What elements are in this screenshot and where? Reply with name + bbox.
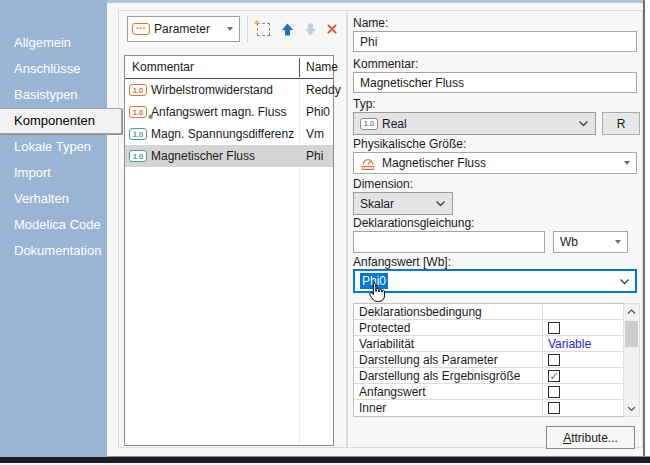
variable-row[interactable]: 1.0 Magn. Spannungsdifferenz Vm xyxy=(125,123,333,145)
sidebar-item-label: Lokale Typen xyxy=(14,139,91,154)
sidebar-item-dokumentation[interactable]: Dokumentation xyxy=(0,238,107,264)
property-row-protected[interactable]: Protected xyxy=(354,320,623,336)
unit-select[interactable]: Wb xyxy=(553,231,628,253)
dimension-value: Skalar xyxy=(360,197,394,211)
properties-table: Deklarationsbedingung Protected Variabil… xyxy=(353,303,623,417)
dropdown-arrow-icon xyxy=(624,161,630,165)
property-label: Protected xyxy=(354,321,410,335)
sidebar-item-label: Dokumentation xyxy=(14,243,101,258)
sidebar-item-anschluesse[interactable]: Anschlüsse xyxy=(0,56,107,82)
initial-value-checkbox[interactable] xyxy=(548,386,560,398)
arrow-down-icon xyxy=(303,22,318,37)
scroll-down-button[interactable] xyxy=(624,401,639,416)
sidebar-item-modelica-code[interactable]: Modelica Code xyxy=(0,212,107,238)
deklarationsgleichung-label: Deklarationsgleichung: xyxy=(353,216,474,230)
property-row-darstellung-als-ergebnisgroesse[interactable]: Darstellung als Ergebnisgröße xyxy=(354,368,623,384)
dropdown-arrow-icon xyxy=(615,240,621,244)
anfangswert-combobox[interactable]: Phi0 xyxy=(353,269,637,293)
variable-comment: Magn. Spannungsdifferenz xyxy=(151,127,294,141)
variable-row[interactable]: 1.0 Magnetischer Fluss Phi xyxy=(125,145,333,167)
property-row-anfangswert[interactable]: Anfangswert xyxy=(354,384,623,400)
property-label: Deklarationsbedingung xyxy=(354,305,482,319)
name-label: Name: xyxy=(353,16,388,30)
window-right-margin xyxy=(645,0,650,465)
variable-name: Vm xyxy=(306,127,324,141)
parameter-box-icon xyxy=(132,23,150,35)
column-header-kommentar[interactable]: Kommentar xyxy=(125,60,194,74)
variable-kind-select[interactable]: Parameter xyxy=(127,16,240,42)
show-as-result-checkbox[interactable] xyxy=(548,370,560,382)
delete-variable-button[interactable] xyxy=(321,17,343,41)
move-up-button[interactable] xyxy=(276,17,298,41)
variable-row[interactable]: 1.0 Wirbelstromwiderstand Reddy xyxy=(125,79,333,101)
sidebar-item-lokale-typen[interactable]: Lokale Typen xyxy=(0,134,107,160)
property-label: Darstellung als Parameter xyxy=(354,353,498,367)
sidebar-item-label: Anschlüsse xyxy=(14,61,80,76)
new-item-icon xyxy=(257,23,270,36)
chevron-down-icon xyxy=(435,200,446,207)
sidebar-item-verhalten[interactable]: Verhalten xyxy=(0,186,107,212)
name-value: Phi xyxy=(360,35,377,49)
arrow-up-icon xyxy=(280,22,295,37)
sidebar-item-label: Allgemein xyxy=(14,35,71,50)
properties-scrollbar[interactable] xyxy=(623,303,640,417)
type-shortcut-button[interactable]: R xyxy=(602,112,640,135)
property-row-deklarationsbedingung[interactable]: Deklarationsbedingung xyxy=(354,304,623,320)
property-label: Darstellung als Ergebnisgröße xyxy=(354,369,520,383)
column-divider[interactable] xyxy=(299,58,300,77)
physikalische-groesse-select[interactable]: Magnetischer Fluss xyxy=(353,152,637,174)
variable-comment: Wirbelstromwiderstand xyxy=(151,83,273,97)
variable-comment: Magnetischer Fluss xyxy=(151,149,255,163)
chevron-down-icon xyxy=(627,406,636,412)
property-value[interactable] xyxy=(542,304,623,319)
property-row-variabilitaet[interactable]: Variabilität Variable xyxy=(354,336,623,352)
property-label: Inner xyxy=(354,401,386,415)
variable-name: Reddy xyxy=(306,83,341,97)
move-down-button[interactable] xyxy=(299,17,321,41)
property-row-inner[interactable]: Inner xyxy=(354,400,623,416)
name-input[interactable]: Phi xyxy=(353,31,637,52)
mouse-cursor-hand-icon xyxy=(367,281,386,304)
real-type-icon: 1.0 xyxy=(360,118,378,130)
sidebar-item-label: Import xyxy=(14,165,51,180)
sidebar-item-komponenten[interactable]: Komponenten xyxy=(0,108,122,134)
scroll-up-button[interactable] xyxy=(624,304,639,319)
sidebar-item-import[interactable]: Import xyxy=(0,160,107,186)
kommentar-input[interactable]: Magnetischer Fluss xyxy=(353,72,637,93)
variable-comment: Anfangswert magn. Fluss xyxy=(151,105,286,119)
variability-value[interactable]: Variable xyxy=(548,337,591,351)
attribute-button[interactable]: Attribute... xyxy=(546,426,635,449)
variable-name: Phi xyxy=(306,149,323,163)
sidebar-item-label: Basistypen xyxy=(14,87,78,102)
typ-select[interactable]: 1.0 Real xyxy=(353,112,596,135)
column-header-name[interactable]: Name xyxy=(306,60,338,74)
real-value-icon: 1.0 xyxy=(129,128,147,140)
attribute-button-label: Attribute... xyxy=(563,431,618,445)
sidebar-item-basistypen[interactable]: Basistypen xyxy=(0,82,107,108)
window-bottom-bar xyxy=(0,456,650,463)
variable-kind-value: Parameter xyxy=(154,22,210,36)
initial-value-badge xyxy=(129,105,155,120)
variables-list: Kommentar Name 1.0 Wirbelstromwiderstand… xyxy=(124,55,334,446)
real-value-icon: 1.0 xyxy=(129,150,147,162)
property-row-darstellung-als-parameter[interactable]: Darstellung als Parameter xyxy=(354,352,623,368)
variable-row[interactable]: 1.0 Anfangswert magn. Fluss Phi0 xyxy=(125,101,333,123)
add-variable-button[interactable] xyxy=(252,17,274,41)
sidebar-item-label: Modelica Code xyxy=(14,217,101,232)
type-shortcut-label: R xyxy=(617,117,626,131)
deklarationsgleichung-input[interactable] xyxy=(353,231,545,253)
kommentar-value: Magnetischer Fluss xyxy=(360,76,464,90)
dimension-select[interactable]: Skalar xyxy=(353,192,453,215)
chevron-down-icon xyxy=(619,278,630,285)
property-label: Anfangswert xyxy=(354,385,426,399)
sidebar: Allgemein Anschlüsse Basistypen Komponen… xyxy=(0,0,107,457)
component-editor-window: Allgemein Anschlüsse Basistypen Komponen… xyxy=(0,0,650,465)
protected-checkbox[interactable] xyxy=(548,322,560,334)
sidebar-item-allgemein[interactable]: Allgemein xyxy=(0,30,107,56)
physikalische-groesse-label: Physikalische Größe: xyxy=(353,137,466,151)
physical-quantity-gauge-icon xyxy=(360,156,376,171)
scrollbar-thumb[interactable] xyxy=(625,321,638,347)
sidebar-item-label: Komponenten xyxy=(14,113,95,128)
inner-checkbox[interactable] xyxy=(548,402,560,414)
show-as-parameter-checkbox[interactable] xyxy=(548,354,560,366)
